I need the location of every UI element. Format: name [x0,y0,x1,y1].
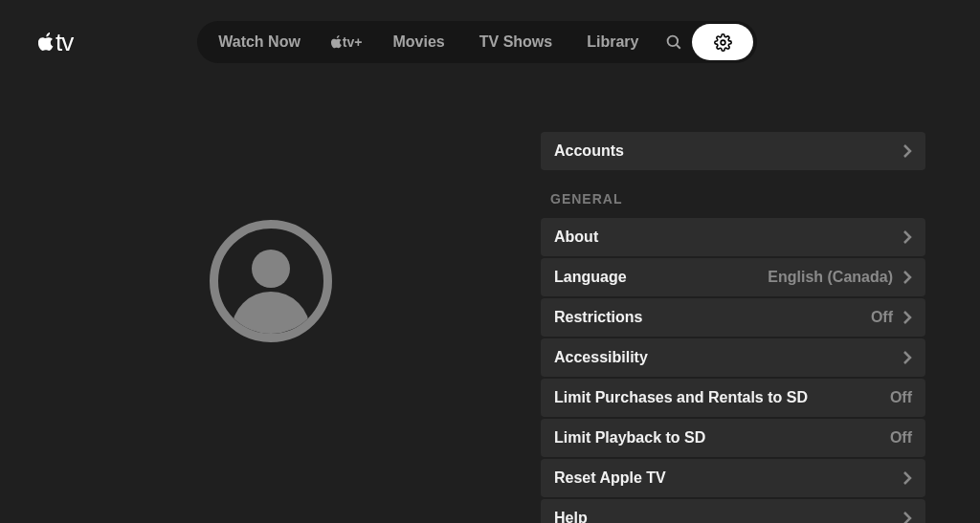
content-area: Accounts GENERAL About Language English … [0,84,980,523]
settings-row-label: Accessibility [554,349,648,366]
nav-search-button[interactable] [656,25,692,59]
settings-column: Accounts GENERAL About Language English … [541,84,925,523]
svg-point-0 [668,36,679,47]
settings-row-help[interactable]: Help [541,499,925,523]
settings-row-limit-purchases[interactable]: Limit Purchases and Rentals to SD Off [541,379,925,417]
settings-row-accessibility[interactable]: Accessibility [541,338,925,377]
settings-row-about[interactable]: About [541,218,925,256]
nav-settings-button[interactable] [692,24,753,60]
settings-row-label: About [554,229,598,246]
nav-watch-now[interactable]: Watch Now [201,25,318,59]
gear-icon [714,33,732,52]
svg-point-2 [721,40,725,45]
settings-row-label: Limit Playback to SD [554,429,705,447]
chevron-right-icon [902,229,912,245]
settings-row-language[interactable]: Language English (Canada) [541,258,925,296]
top-bar: tv Watch Now tv+ Movies TV Shows Library [0,0,980,84]
chevron-right-icon [902,310,912,325]
apple-icon [331,35,343,49]
settings-row-value: English (Canada) [768,269,893,286]
logo-text: tv [56,28,73,57]
settings-row-label: Accounts [554,142,624,160]
settings-row-label: Language [554,269,627,286]
apple-logo-icon [38,33,55,52]
settings-row-label: Restrictions [554,309,642,326]
svg-line-1 [677,45,680,49]
chevron-right-icon [902,511,912,523]
settings-row-value: Off [890,389,912,406]
settings-row-label: Limit Purchases and Rentals to SD [554,389,808,406]
section-header-general: GENERAL [541,187,925,218]
settings-row-restrictions[interactable]: Restrictions Off [541,298,925,337]
nav-movies[interactable]: Movies [375,25,461,59]
settings-row-accounts[interactable]: Accounts [541,132,925,170]
nav-pill: Watch Now tv+ Movies TV Shows Library [197,21,757,63]
settings-row-value: Off [871,309,893,326]
accounts-section: Accounts [541,132,925,170]
settings-row-label: Reset Apple TV [554,469,666,487]
nav-tvplus-label: tv+ [343,34,363,50]
chevron-right-icon [902,350,912,365]
search-icon [665,33,682,51]
apple-tv-logo: tv [38,28,73,57]
nav-library[interactable]: Library [569,25,656,59]
settings-row-label: Help [554,510,588,523]
profile-column [0,84,541,523]
settings-row-value: Off [890,429,912,447]
settings-row-reset[interactable]: Reset Apple TV [541,459,925,497]
chevron-right-icon [902,470,912,486]
chevron-right-icon [902,270,912,285]
settings-row-limit-playback[interactable]: Limit Playback to SD Off [541,419,925,457]
nav-tvplus[interactable]: tv+ [318,26,376,58]
chevron-right-icon [902,143,912,159]
general-section: GENERAL About Language English (Canada) … [541,187,925,523]
nav-tvshows[interactable]: TV Shows [462,25,569,59]
user-avatar-icon [210,220,332,342]
